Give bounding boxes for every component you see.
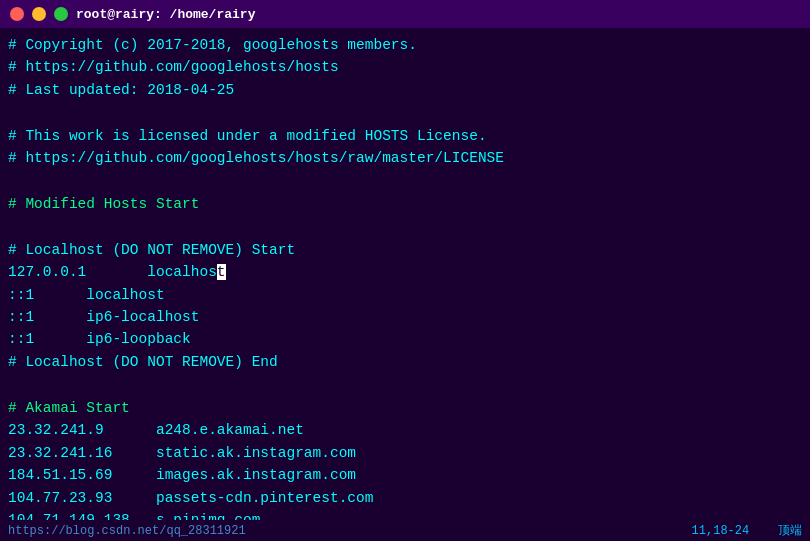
status-bar: https://blog.csdn.net/qq_28311921 11,18-… bbox=[0, 520, 810, 541]
terminal-line: 104.77.23.93 passets-cdn.pinterest.com bbox=[8, 487, 802, 509]
terminal-line: # Localhost (DO NOT REMOVE) End bbox=[8, 351, 802, 373]
terminal-line: # https://github.com/googlehosts/hosts/r… bbox=[8, 147, 802, 169]
terminal-line: 184.51.15.69 images.ak.instagram.com bbox=[8, 464, 802, 486]
terminal-line: ::1 ip6-localhost bbox=[8, 306, 802, 328]
terminal-line: ::1 ip6-loopback bbox=[8, 328, 802, 350]
terminal-line-empty bbox=[8, 373, 802, 396]
terminal-line-empty bbox=[8, 170, 802, 193]
terminal-line-empty bbox=[8, 101, 802, 124]
watermark-text: https://blog.csdn.net/qq_28311921 bbox=[8, 524, 246, 538]
terminal-line: # Copyright (c) 2017-2018, googlehosts m… bbox=[8, 34, 802, 56]
title-bar: root@rairy: /home/rairy bbox=[0, 0, 810, 28]
terminal-line: # Localhost (DO NOT REMOVE) Start bbox=[8, 239, 802, 261]
terminal-line: # https://github.com/googlehosts/hosts bbox=[8, 56, 802, 78]
terminal-line: 104.71.149.138 s.pinimg.com bbox=[8, 509, 802, 520]
text-cursor: t bbox=[217, 264, 226, 280]
window-title: root@rairy: /home/rairy bbox=[76, 7, 255, 22]
terminal-line-empty bbox=[8, 215, 802, 238]
cursor-position: 11,18-24 顶端 bbox=[692, 522, 802, 539]
terminal-line: 23.32.241.16 static.ak.instagram.com bbox=[8, 442, 802, 464]
terminal-line: # Akamai Start bbox=[8, 397, 802, 419]
terminal-line: 127.0.0.1 localhost bbox=[8, 261, 802, 283]
terminal-line: # This work is licensed under a modified… bbox=[8, 125, 802, 147]
terminal-line: # Modified Hosts Start bbox=[8, 193, 802, 215]
terminal-line: 23.32.241.9 a248.e.akamai.net bbox=[8, 419, 802, 441]
close-button[interactable] bbox=[10, 7, 24, 21]
terminal-line: ::1 localhost bbox=[8, 284, 802, 306]
terminal-content[interactable]: # Copyright (c) 2017-2018, googlehosts m… bbox=[0, 28, 810, 520]
terminal-line: # Last updated: 2018-04-25 bbox=[8, 79, 802, 101]
minimize-button[interactable] bbox=[32, 7, 46, 21]
maximize-button[interactable] bbox=[54, 7, 68, 21]
